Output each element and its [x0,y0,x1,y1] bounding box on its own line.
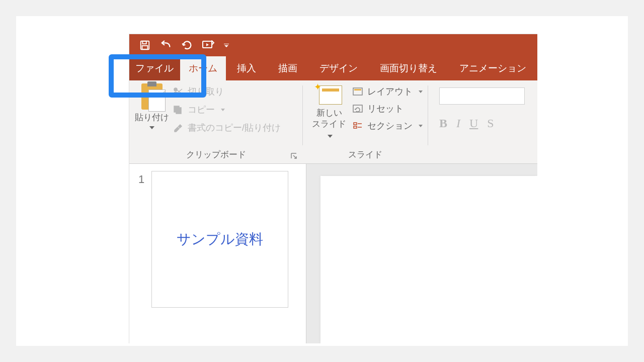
tab-home[interactable]: ホーム [180,56,226,80]
new-slide-label-1: 新しい [316,108,342,118]
reset-label: リセット [367,103,404,115]
qat-customize-icon[interactable] [223,39,230,52]
italic-button[interactable]: I [456,117,460,130]
copy-button[interactable]: コピー [173,104,281,116]
slide-canvas[interactable] [320,176,537,343]
reset-button[interactable]: リセット [352,103,423,115]
group-slides: ✦ 新しい スライド [303,80,428,163]
chevron-down-icon [419,125,423,127]
tab-insert[interactable]: 挿入 [226,56,267,80]
group-font: B I U S [428,80,537,163]
chevron-down-icon [221,109,225,111]
slide-thumbnail-pane: 1 サンプル資料 [129,164,306,343]
quick-access-toolbar [129,34,537,56]
slide-number: 1 [138,171,144,336]
section-icon [352,121,363,130]
reset-icon [352,104,363,113]
font-name-select[interactable] [439,87,525,105]
section-button[interactable]: セクション [352,120,423,132]
svg-rect-11 [354,123,357,125]
svg-rect-1 [142,41,146,44]
chevron-down-icon [328,135,333,138]
paste-icon [141,83,163,110]
new-slide-button[interactable]: ✦ 新しい スライド [308,83,350,141]
slideshow-from-start-icon[interactable] [202,39,215,52]
slide-title-text: サンプル資料 [177,230,263,249]
svg-rect-2 [142,46,148,49]
format-painter-label: 書式のコピー/貼り付け [188,122,281,134]
svg-point-5 [174,92,177,95]
copy-label: コピー [188,104,215,116]
svg-rect-7 [176,108,181,114]
paste-button[interactable]: 貼り付け [134,83,170,129]
section-label: セクション [367,120,413,132]
copy-icon [173,105,184,115]
ribbon-tabs: ファイル ホーム 挿入 描画 デザイン 画面切り替え アニメーション [129,56,537,80]
underline-button[interactable]: U [469,117,478,130]
cut-label: 切り取り [188,85,224,98]
group-label-slides: スライド [308,149,423,160]
tab-draw[interactable]: 描画 [267,56,308,80]
cut-button[interactable]: 切り取り [173,85,281,98]
slide-editor-pane [306,164,537,343]
svg-rect-10 [353,105,362,112]
bold-button[interactable]: B [439,117,447,130]
dialog-launcher-icon[interactable] [290,152,297,159]
format-painter-button[interactable]: 書式のコピー/貼り付け [173,122,281,134]
group-label-clipboard: クリップボード [134,149,297,160]
redo-icon[interactable] [181,39,194,52]
chevron-down-icon [149,126,154,129]
layout-icon [352,87,363,96]
group-clipboard: 貼り付け 切り取り [129,80,302,163]
card-frame: ファイル ホーム 挿入 描画 デザイン 画面切り替え アニメーション 貼り付け [16,16,628,346]
slide-thumbnail[interactable]: サンプル資料 [151,171,288,308]
powerpoint-window: ファイル ホーム 挿入 描画 デザイン 画面切り替え アニメーション 貼り付け [129,34,537,343]
new-slide-icon: ✦ [316,83,342,106]
layout-button[interactable]: レイアウト [352,85,423,98]
svg-rect-9 [354,89,361,90]
chevron-down-icon [419,90,423,93]
tab-design[interactable]: デザイン [308,56,369,80]
undo-icon[interactable] [159,39,173,52]
svg-point-4 [174,88,177,91]
tab-transitions[interactable]: 画面切り替え [369,56,448,80]
new-slide-label-2: スライド [312,119,346,129]
paste-label: 貼り付け [135,112,169,123]
tab-file[interactable]: ファイル [129,56,180,80]
ribbon: 貼り付け 切り取り [129,80,537,164]
shadow-button[interactable]: S [487,117,494,130]
tab-animations[interactable]: アニメーション [448,56,537,80]
paintbrush-icon [173,123,184,133]
work-area: 1 サンプル資料 [129,164,537,343]
save-icon[interactable] [138,39,151,52]
layout-label: レイアウト [367,85,413,98]
scissors-icon [173,86,184,97]
svg-rect-12 [354,126,357,128]
